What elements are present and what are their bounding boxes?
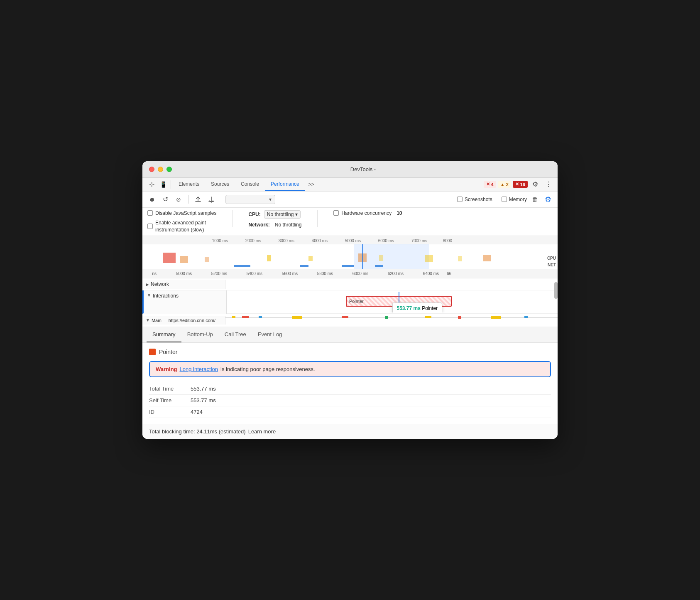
long-interaction-link[interactable]: Long interaction xyxy=(180,366,218,372)
network-throttle-label: Network: xyxy=(248,222,269,228)
capture-settings-row: Disable JavaScript samples Enable advanc… xyxy=(142,208,558,236)
self-time-value: 553.77 ms xyxy=(191,397,216,403)
reload-profile-button[interactable]: ↺ xyxy=(160,194,171,205)
js-samples-group: Disable JavaScript samples Enable advanc… xyxy=(147,210,216,234)
error-badges: ✕ 4 ▲ 2 ✕ 16 ⚙ ⋮ xyxy=(484,179,554,190)
bottom-tabs-bar: Summary Bottom-Up Call Tree Event Log xyxy=(142,327,558,343)
settings-gear-icon[interactable]: ⚙ xyxy=(529,179,541,190)
memory-option[interactable]: Memory xyxy=(502,197,527,202)
profile-value xyxy=(229,197,267,202)
overview-graph[interactable]: CPU NET xyxy=(142,244,558,269)
main-track-area xyxy=(225,314,558,325)
error-icon: ✕ xyxy=(486,182,490,187)
interactions-track-content[interactable]: Pointer 553.77 ms Pointer xyxy=(227,292,558,312)
screenshots-option[interactable]: Screenshots xyxy=(457,197,492,202)
warning-badge[interactable]: ▲ 2 xyxy=(498,181,511,188)
cpu-throttle-selector[interactable]: No throttling ▾ xyxy=(264,210,301,219)
advanced-paint-option[interactable]: Enable advanced paintinstrumentation (sl… xyxy=(147,219,216,234)
detail-tick-1: 5000 ms xyxy=(158,271,193,276)
ruler-tick-8: 8000 xyxy=(429,239,454,243)
tab-elements[interactable]: Elements xyxy=(173,178,205,191)
tab-sources[interactable]: Sources xyxy=(205,178,235,191)
total-time-row: Total Time 553.77 ms xyxy=(149,383,551,395)
main-expand-arrow[interactable]: ▼ xyxy=(146,318,150,322)
main-track-content[interactable] xyxy=(225,314,558,327)
tab-console[interactable]: Console xyxy=(235,178,265,191)
cursor-tool-icon[interactable]: ⊹ xyxy=(146,179,157,190)
svg-rect-13 xyxy=(342,265,354,267)
svg-rect-25 xyxy=(491,316,501,319)
detail-tick-6: 6000 ms xyxy=(335,271,370,276)
main-track: ▼ Main — https://edition.cnn.com/ xyxy=(142,314,558,327)
network-track-area xyxy=(225,278,558,290)
main-label-text: Main — https://edition.cnn.com/ xyxy=(152,318,215,323)
nav-sep-1 xyxy=(171,180,171,189)
overview-cpu-label: CPU xyxy=(547,256,556,261)
hw-concurrency-value: 10 xyxy=(397,210,402,216)
ruler-tick-6: 6000 ms xyxy=(362,239,396,243)
advanced-paint-label: Enable advanced paintinstrumentation (sl… xyxy=(155,219,206,234)
maximize-button[interactable] xyxy=(166,167,172,172)
warning-count: 2 xyxy=(506,182,509,187)
capture-settings-icon[interactable]: ⚙ xyxy=(543,194,553,205)
detail-tick-3: 5400 ms xyxy=(229,271,264,276)
tab-bottom-up[interactable]: Bottom-Up xyxy=(181,327,219,342)
tooltip-interaction-label: Pointer xyxy=(422,305,438,311)
stop-button[interactable]: ⊘ xyxy=(173,194,184,205)
tab-event-log[interactable]: Event Log xyxy=(252,327,288,342)
upload-button[interactable] xyxy=(193,194,203,205)
warning-icon: ▲ xyxy=(500,182,505,187)
network-track-content[interactable] xyxy=(225,278,558,290)
clear-button[interactable]: 🗑 xyxy=(529,194,540,205)
tab-call-tree[interactable]: Call Tree xyxy=(219,327,252,342)
total-time-value: 553.77 ms xyxy=(191,386,216,392)
warning-text: is indicating poor page responsiveness. xyxy=(220,366,315,372)
error-badge-dark[interactable]: ✕ 16 xyxy=(513,181,528,188)
more-options-icon[interactable]: ⋮ xyxy=(543,179,554,190)
screenshots-checkbox[interactable] xyxy=(457,197,463,202)
record-button[interactable]: ⏺ xyxy=(147,194,157,205)
hw-concurrency-checkbox[interactable] xyxy=(333,210,339,216)
error-count: 4 xyxy=(491,182,494,187)
ruler-tick-1: 1000 ms xyxy=(196,239,230,243)
tab-summary[interactable]: Summary xyxy=(147,327,181,342)
self-time-row: Self Time 553.77 ms xyxy=(149,395,551,406)
profile-selector[interactable]: ▾ xyxy=(225,195,275,204)
tab-performance[interactable]: Performance xyxy=(265,178,305,191)
cpu-throttle-value: No throttling xyxy=(267,211,294,217)
network-expand-arrow[interactable]: ▶ xyxy=(146,282,149,287)
summary-header: Pointer xyxy=(149,349,551,355)
device-toggle-icon[interactable]: 📱 xyxy=(157,179,169,190)
error-badge-red[interactable]: ✕ 4 xyxy=(484,181,496,188)
timeline-tooltip: 553.77 ms Pointer xyxy=(392,302,443,312)
memory-checkbox[interactable] xyxy=(502,197,507,202)
id-label: ID xyxy=(149,409,191,415)
total-time-label: Total Time xyxy=(149,386,191,392)
warning-label: Warning xyxy=(156,366,177,372)
warning-box: Warning Long interaction is indicating p… xyxy=(149,361,551,377)
detail-tick-7: 6200 ms xyxy=(370,271,405,276)
minimize-button[interactable] xyxy=(158,167,163,172)
svg-rect-19 xyxy=(259,316,262,318)
disable-js-option[interactable]: Disable JavaScript samples xyxy=(147,210,216,216)
detail-tick-9: 66 xyxy=(441,271,453,276)
advanced-paint-checkbox[interactable] xyxy=(147,224,153,229)
memory-label: Memory xyxy=(509,197,527,202)
learn-more-link[interactable]: Learn more xyxy=(248,428,276,435)
interactions-expand-arrow[interactable]: ▼ xyxy=(147,293,151,298)
overview-net-label: NET xyxy=(548,263,556,267)
interactions-label-text: Interactions xyxy=(153,293,179,299)
download-button[interactable] xyxy=(206,194,217,205)
network-throttle-value: No throttling xyxy=(275,222,302,228)
disable-js-checkbox[interactable] xyxy=(147,210,153,216)
close-button[interactable] xyxy=(149,167,154,172)
svg-rect-11 xyxy=(234,265,250,267)
more-tabs-button[interactable]: >> xyxy=(305,179,318,190)
error-dark-icon: ✕ xyxy=(515,182,519,187)
svg-rect-10 xyxy=(483,255,491,261)
svg-rect-16 xyxy=(225,317,558,318)
cpu-throttle-row: CPU: No throttling ▾ xyxy=(248,210,301,219)
ruler-tick-5: 5000 ms xyxy=(329,239,362,243)
error-dark-count: 16 xyxy=(520,182,525,187)
id-row: ID 4724 xyxy=(149,406,551,418)
